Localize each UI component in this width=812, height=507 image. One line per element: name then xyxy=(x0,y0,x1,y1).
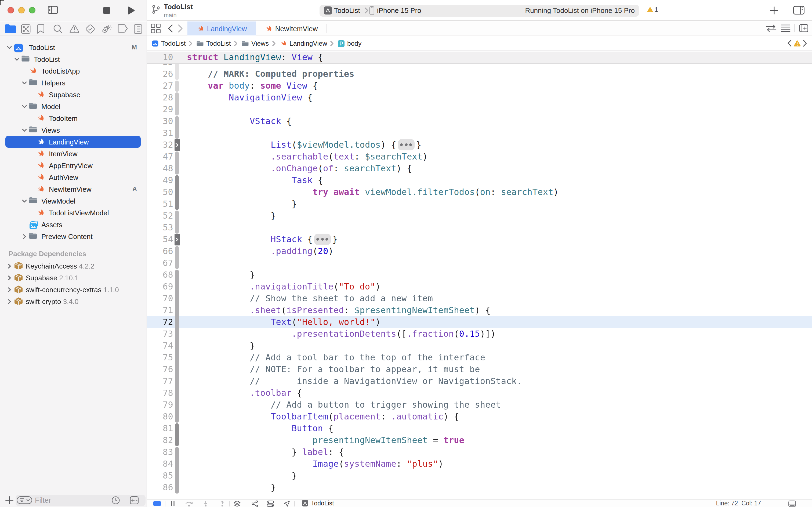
sidebar-item-todolistviewmodel[interactable]: TodoListViewModel xyxy=(0,207,147,219)
code-line-48[interactable]: 48.onChange(of: searchText) { xyxy=(147,163,812,175)
sidebar-item-todoitem[interactable]: TodoItem xyxy=(0,112,147,124)
debug-app-name[interactable]: TodoList xyxy=(311,500,334,506)
code-line-66[interactable]: 66.padding(20) xyxy=(147,245,812,257)
code-line-76[interactable]: 76// NOTE: For a toolbar to appear, it m… xyxy=(147,363,812,376)
view-hierarchy-icon[interactable] xyxy=(234,500,241,507)
tab-landingview[interactable]: LandingView xyxy=(187,21,256,36)
step-out-icon[interactable] xyxy=(219,501,226,506)
package-item-swift-concurrency-extras[interactable]: swift-concurrency-extras 1.1.0 xyxy=(0,284,147,295)
disclosure-right-icon[interactable] xyxy=(6,298,12,304)
code-line-71[interactable]: 71.sheet(isPresented: $presentingNewItem… xyxy=(147,304,812,316)
report-navigator-icon[interactable] xyxy=(134,24,142,34)
minimize-window-button[interactable] xyxy=(18,7,24,13)
code-line-84[interactable]: 84Image(systemName: "plus") xyxy=(147,458,812,470)
code-line-67[interactable]: 67 xyxy=(147,257,812,269)
recents-clock-icon[interactable] xyxy=(111,496,119,504)
debug-navigator-icon[interactable] xyxy=(102,24,112,34)
adjust-editor-icon[interactable] xyxy=(781,24,791,32)
memory-graph-icon[interactable] xyxy=(251,500,258,507)
code-line-77[interactable]: 77// inside a NavigationView or Navigati… xyxy=(147,376,812,387)
next-issue-icon[interactable] xyxy=(803,40,807,47)
disclosure-down-icon[interactable] xyxy=(21,198,27,204)
sidebar-item-itemview[interactable]: ItemView xyxy=(0,148,147,160)
code-line-52[interactable]: 52} xyxy=(147,210,812,222)
environment-overrides-icon[interactable] xyxy=(267,500,274,507)
code-line-32[interactable]: 32List($viewModel.todos) {} xyxy=(147,139,812,151)
pause-execution-icon[interactable] xyxy=(170,501,175,506)
sidebar-item-supabase[interactable]: Supabase xyxy=(0,89,147,101)
sidebar-item-helpers[interactable]: Helpers xyxy=(0,77,147,89)
package-item-supabase[interactable]: Supabase 2.10.1 xyxy=(0,272,147,284)
fold-marker[interactable] xyxy=(174,139,180,151)
code-line-80[interactable]: 80ToolbarItem(placement: .automatic) { xyxy=(147,411,812,423)
fold-marker[interactable] xyxy=(174,234,180,245)
code-line-69[interactable]: 69.navigationTitle("To do") xyxy=(147,281,812,293)
code-line-54[interactable]: 54HStack {} xyxy=(147,234,812,245)
code-line-82[interactable]: 82presentingNewItemSheet = true xyxy=(147,435,812,446)
step-over-icon[interactable] xyxy=(185,501,193,506)
code-line-73[interactable]: 73.presentationDetents([.fraction(0.15)]… xyxy=(147,328,812,340)
package-item-keychainaccess[interactable]: KeychainAccess 4.2.2 xyxy=(0,260,147,272)
related-items-icon[interactable] xyxy=(151,23,161,33)
disclosure-right-icon[interactable] xyxy=(6,275,12,281)
disclosure-right-icon[interactable] xyxy=(6,287,12,292)
close-window-button[interactable] xyxy=(7,7,14,13)
disclosure-down-icon[interactable] xyxy=(21,80,27,86)
sidebar-item-assets[interactable]: Assets xyxy=(0,219,147,230)
disclosure-down-icon[interactable] xyxy=(21,127,27,133)
step-into-icon[interactable] xyxy=(202,501,209,506)
disclosure-down-icon[interactable] xyxy=(14,56,20,62)
code-line-53[interactable]: 53 xyxy=(147,222,812,234)
issue-navigator-icon[interactable] xyxy=(69,24,79,33)
disclosure-down-icon[interactable] xyxy=(6,44,12,50)
source-control-navigator-icon[interactable] xyxy=(21,24,31,34)
code-line-50[interactable]: 50try await viewModel.filterTodos(on: se… xyxy=(147,186,812,198)
code-line-78[interactable]: 78.toolbar { xyxy=(147,387,812,399)
code-line-86[interactable]: 86} xyxy=(147,482,812,494)
previous-issue-icon[interactable] xyxy=(787,40,792,47)
code-line-81[interactable]: 81Button { xyxy=(147,423,812,435)
code-line-51[interactable]: 51} xyxy=(147,198,812,210)
code-fold-pill[interactable] xyxy=(314,234,331,245)
sidebar-item-newitemview[interactable]: NewItemViewA xyxy=(0,183,147,195)
disclosure-right-icon[interactable] xyxy=(6,263,12,269)
warning-indicator[interactable]: 1 xyxy=(647,7,653,13)
code-line-70[interactable]: 70// Show the sheet to add a new item xyxy=(147,293,812,304)
sidebar-item-todolistapp[interactable]: TodoListApp xyxy=(0,65,147,77)
code-line-74[interactable]: 74} xyxy=(147,340,812,352)
sidebar-item-viewmodel[interactable]: ViewModel xyxy=(0,195,147,207)
code-line-79[interactable]: 79// Add a button to trigger showing the… xyxy=(147,399,812,411)
toggle-inspector-icon[interactable] xyxy=(793,6,805,14)
jumpbar-segment[interactable]: body xyxy=(347,40,361,47)
run-destination-pill[interactable]: TodoList iPhone 15 Pro Running TodoList … xyxy=(320,5,639,16)
sidebar-item-preview-content[interactable]: Preview Content xyxy=(0,230,147,242)
sidebar-item-appentryview[interactable]: AppEntryView xyxy=(0,160,147,171)
disclosure-right-icon[interactable] xyxy=(21,233,27,239)
sidebar-item-landingview[interactable]: LandingView xyxy=(0,136,147,148)
code-line-28[interactable]: 28NavigationView { xyxy=(147,92,812,104)
jumpbar-segment[interactable]: LandingView xyxy=(289,40,327,47)
code-line-72[interactable]: 72Text("Hello, world!") xyxy=(147,316,812,328)
sidebar-item-todolist[interactable]: TodoList xyxy=(0,53,147,65)
code-line-47[interactable]: 47.searchable(text: $searchText) xyxy=(147,151,812,163)
zoom-window-button[interactable] xyxy=(29,7,35,13)
test-navigator-icon[interactable] xyxy=(85,24,95,34)
project-navigator-icon[interactable] xyxy=(5,24,16,33)
filter-add-icon[interactable] xyxy=(130,496,138,504)
package-item-swift-crypto[interactable]: swift-crypto 3.4.0 xyxy=(0,295,147,307)
code-line-85[interactable]: 85} xyxy=(147,470,812,482)
add-editor-icon[interactable] xyxy=(799,24,808,32)
find-navigator-icon[interactable] xyxy=(53,24,63,34)
code-line-29[interactable]: 29 xyxy=(147,104,812,115)
jumpbar-segment[interactable]: TodoList xyxy=(161,40,186,47)
run-button[interactable] xyxy=(128,6,135,14)
toggle-navigator-icon[interactable] xyxy=(48,6,58,14)
code-line-26[interactable]: 26// MARK: Computed properties xyxy=(147,68,812,80)
jumpbar-segment[interactable]: Views xyxy=(251,40,269,47)
breakpoint-navigator-icon[interactable] xyxy=(118,24,128,33)
code-line-75[interactable]: 75// Add a tool bar to the top of the in… xyxy=(147,352,812,363)
code-line-27[interactable]: 27var body: some View { xyxy=(147,80,812,92)
go-back-icon[interactable] xyxy=(168,24,173,33)
code-line-31[interactable]: 31 xyxy=(147,127,812,139)
code-line-83[interactable]: 83} label: { xyxy=(147,446,812,458)
